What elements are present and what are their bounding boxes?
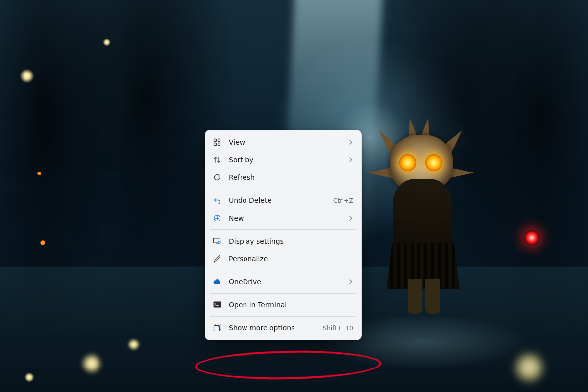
personalize-icon bbox=[212, 254, 222, 264]
menu-item-label: Undo Delete bbox=[229, 196, 322, 204]
svg-rect-2 bbox=[214, 143, 217, 146]
menu-separator bbox=[210, 270, 356, 270]
svg-rect-3 bbox=[218, 143, 220, 146]
sort-icon bbox=[212, 155, 222, 165]
menu-item-accelerator: Shift+F10 bbox=[323, 324, 353, 332]
menu-item-label: Display settings bbox=[229, 237, 353, 245]
svg-rect-1 bbox=[218, 139, 220, 142]
menu-item-new[interactable]: New bbox=[208, 209, 358, 227]
menu-separator bbox=[210, 229, 356, 230]
menu-item-label: OneDrive bbox=[229, 278, 342, 286]
svg-rect-6 bbox=[216, 244, 218, 244]
refresh-icon bbox=[212, 172, 222, 182]
menu-item-accelerator: Ctrl+Z bbox=[333, 197, 353, 204]
menu-item-undo[interactable]: Undo Delete Ctrl+Z bbox=[208, 192, 358, 209]
menu-item-onedrive[interactable]: OneDrive bbox=[208, 273, 358, 291]
terminal-icon bbox=[212, 300, 222, 310]
chevron-right-icon bbox=[348, 140, 353, 145]
svg-rect-9 bbox=[216, 305, 218, 306]
menu-item-personalize[interactable]: Personalize bbox=[208, 250, 358, 268]
chevron-right-icon bbox=[348, 216, 353, 220]
desktop-context-menu: View Sort by Refresh bbox=[205, 130, 362, 340]
grid-icon bbox=[212, 137, 222, 147]
onedrive-icon bbox=[212, 277, 222, 287]
undo-icon bbox=[212, 196, 222, 205]
svg-rect-8 bbox=[213, 302, 221, 308]
chevron-right-icon bbox=[348, 157, 353, 162]
menu-separator bbox=[210, 316, 356, 317]
svg-rect-10 bbox=[214, 326, 219, 331]
menu-separator bbox=[210, 293, 356, 294]
menu-item-show-more-options[interactable]: Show more options Shift+F10 bbox=[208, 319, 358, 337]
menu-item-label: Personalize bbox=[229, 255, 353, 263]
svg-rect-0 bbox=[214, 139, 217, 142]
menu-item-label: New bbox=[229, 214, 342, 222]
menu-item-label: Sort by bbox=[229, 156, 342, 164]
more-options-icon bbox=[212, 323, 222, 333]
menu-item-label: Show more options bbox=[229, 324, 312, 332]
display-settings-icon bbox=[212, 236, 222, 246]
menu-item-display-settings[interactable]: Display settings bbox=[208, 232, 358, 250]
menu-item-refresh[interactable]: Refresh bbox=[208, 169, 358, 186]
wallpaper-character bbox=[372, 132, 480, 318]
menu-item-label: Open in Terminal bbox=[229, 301, 353, 309]
menu-item-view[interactable]: View bbox=[208, 133, 358, 151]
menu-separator bbox=[210, 189, 356, 189]
chevron-right-icon bbox=[348, 279, 353, 284]
menu-item-sort[interactable]: Sort by bbox=[208, 151, 358, 169]
menu-item-label: View bbox=[229, 138, 342, 146]
red-orb bbox=[524, 230, 539, 245]
menu-item-label: Refresh bbox=[229, 173, 353, 181]
new-icon bbox=[212, 213, 222, 223]
menu-item-terminal[interactable]: Open in Terminal bbox=[208, 296, 358, 314]
